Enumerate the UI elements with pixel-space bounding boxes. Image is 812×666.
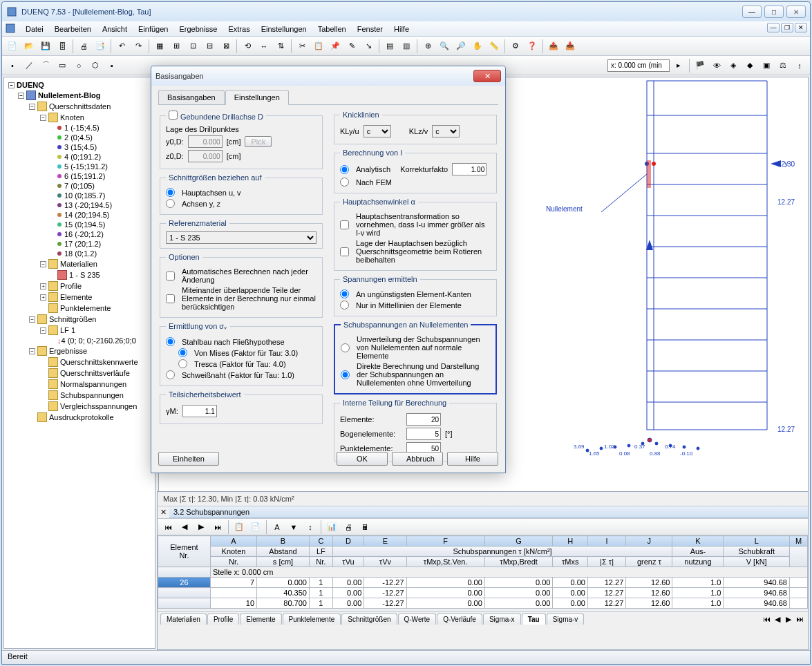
tool-icon-4[interactable]: ⟲ xyxy=(240,39,255,54)
tree-knoten-item[interactable]: 13 (-20;194.5) xyxy=(7,200,152,210)
drillachse-checkbox[interactable] xyxy=(169,111,178,120)
table2-icon[interactable]: ▥ xyxy=(399,39,414,54)
import-icon[interactable]: 📥 xyxy=(563,39,578,54)
result-tab[interactable]: Sigma-x xyxy=(483,613,521,625)
maximize-button[interactable]: □ xyxy=(764,6,784,18)
tree-knoten-item[interactable]: 18 (0;1.2) xyxy=(7,249,152,258)
tbl-prev-icon[interactable]: ◀ xyxy=(177,520,192,535)
col-letter-c[interactable]: C xyxy=(309,536,332,546)
tbl-font-icon[interactable]: A xyxy=(270,520,285,535)
help-icon[interactable]: ❓ xyxy=(525,39,540,54)
result-tab[interactable]: Punktelemente xyxy=(283,613,341,625)
direkte-radio[interactable] xyxy=(341,370,350,379)
tree-ergebnisse[interactable]: −Ergebnisse xyxy=(7,345,152,356)
menu-ansicht[interactable]: Ansicht xyxy=(97,23,133,35)
menu-fenster[interactable]: Fenster xyxy=(352,23,388,35)
preview-icon[interactable]: 📑 xyxy=(93,39,108,54)
app-menu-icon[interactable] xyxy=(5,23,16,35)
pick-button[interactable]: Pick xyxy=(245,136,272,147)
menu-tabellen[interactable]: Tabellen xyxy=(312,23,352,35)
menu-datei[interactable]: Datei xyxy=(20,23,49,35)
col-letter-l[interactable]: L xyxy=(724,536,790,546)
tree-knoten-item[interactable]: 10 (0;185.7) xyxy=(7,191,152,200)
hilfe-button[interactable]: Hilfe xyxy=(447,452,498,466)
arc-icon[interactable]: ⌒ xyxy=(38,58,53,73)
table-row[interactable]: 2670.00010.00-12.270.000.000.0012.2712.6… xyxy=(158,578,808,588)
display-icon-3[interactable]: ◈ xyxy=(726,58,741,73)
col-letter-d[interactable]: D xyxy=(332,536,364,546)
point-icon[interactable]: ▪ xyxy=(104,58,120,73)
tbl-next-icon[interactable]: ▶ xyxy=(193,520,209,535)
col-letter-k[interactable]: K xyxy=(672,536,724,546)
result-tab[interactable]: Elemente xyxy=(240,613,281,625)
tab-scroll-first[interactable]: ⏮ xyxy=(761,613,772,625)
refmaterial-select[interactable]: 1 - S 235 xyxy=(166,231,317,244)
display-icon-7[interactable]: ↕ xyxy=(792,58,807,73)
panel-close-icon[interactable]: ✕ xyxy=(158,507,169,517)
close-button[interactable]: ✕ xyxy=(786,6,806,18)
table-row[interactable]: 1080.70010.00-12.270.000.000.0012.2712.6… xyxy=(158,598,808,609)
tree-root[interactable]: −DUENQ xyxy=(7,80,152,90)
tree-ergebnis-item[interactable]: Normalspannungen xyxy=(7,379,152,390)
klz-select[interactable]: c xyxy=(432,125,460,137)
tool-icon-7[interactable]: ✎ xyxy=(344,39,359,54)
elemente-input[interactable] xyxy=(406,413,441,426)
dialog-titlebar[interactable]: Basisangaben ✕ xyxy=(151,66,505,86)
line-icon[interactable]: ／ xyxy=(21,58,37,73)
tree-knoten-item[interactable]: 15 (0;194.5) xyxy=(7,220,152,229)
y0d-input[interactable] xyxy=(188,135,223,148)
stahlbau-radio[interactable] xyxy=(166,337,175,346)
tree-material-item[interactable]: 1 - S 235 xyxy=(7,269,152,280)
bogen-input[interactable] xyxy=(406,428,441,440)
tab-scroll-prev[interactable]: ◀ xyxy=(772,613,783,625)
tree-project[interactable]: −Nullelement-Blog xyxy=(7,90,152,101)
tab-scroll-last[interactable]: ⏭ xyxy=(794,613,805,625)
display-icon-2[interactable]: 👁 xyxy=(709,58,724,73)
snap-icon[interactable]: ⊞ xyxy=(169,39,184,54)
tree-knoten-item[interactable]: 14 (20;194.5) xyxy=(7,210,152,220)
tree-lf1-item[interactable]: ↓ 4 (0; 0; 0;-2160.26;0;0 xyxy=(7,336,152,345)
vonmises-radio[interactable] xyxy=(178,348,187,357)
zoom-fit-icon[interactable]: ⊕ xyxy=(420,39,435,54)
poly-icon[interactable]: ⬡ xyxy=(88,58,103,73)
col-letter-h[interactable]: H xyxy=(553,536,588,546)
result-tab[interactable]: Tau xyxy=(522,613,546,625)
tree-querschnitt[interactable]: −Querschnittsdaten xyxy=(7,101,152,112)
tree-knoten-item[interactable]: 16 (-20;1.2) xyxy=(7,229,152,239)
copy-icon[interactable]: 📋 xyxy=(311,39,326,54)
menu-hilfe[interactable]: Hilfe xyxy=(388,23,415,35)
save-all-icon[interactable]: 🗄 xyxy=(55,39,70,54)
mdi-close[interactable]: ✕ xyxy=(795,23,807,32)
gamma-input[interactable] xyxy=(182,405,217,417)
tab-basisangaben[interactable]: Basisangaben xyxy=(158,90,225,104)
tree-knoten-item[interactable]: 6 (15;191.2) xyxy=(7,171,152,181)
tbl-calc-icon[interactable]: 🖩 xyxy=(357,520,372,535)
display-icon-4[interactable]: ◆ xyxy=(742,58,757,73)
tree-knoten-item[interactable]: 5 (-15;191.2) xyxy=(7,162,152,171)
fem-radio[interactable] xyxy=(340,178,349,187)
open-icon[interactable]: 📂 xyxy=(21,39,37,54)
rect-icon[interactable]: ▭ xyxy=(55,58,70,73)
tree-profile[interactable]: +Profile xyxy=(7,280,152,292)
result-tab[interactable]: Q-Verläufe xyxy=(437,613,482,625)
export-icon[interactable]: 📤 xyxy=(546,39,561,54)
col-letter-f[interactable]: F xyxy=(406,536,484,546)
tree-lf1[interactable]: −LF 1 xyxy=(7,325,152,336)
col-letter-g[interactable]: G xyxy=(484,536,553,546)
result-tab[interactable]: Sigma-v xyxy=(547,613,585,625)
mdi-minimize[interactable]: — xyxy=(767,23,780,32)
tool-icon-3[interactable]: ⊠ xyxy=(218,39,234,54)
new-icon[interactable]: 📄 xyxy=(5,39,20,54)
calc-icon[interactable]: ⚙ xyxy=(508,39,523,54)
tree-ergebnis-item[interactable]: Querschnittsverläufe xyxy=(7,368,152,379)
tree-schnittgroessen[interactable]: −Schnittgrößen xyxy=(7,314,152,325)
tree-knoten-item[interactable]: 17 (20;1.2) xyxy=(7,239,152,249)
col-letter-j[interactable]: J xyxy=(626,536,672,546)
result-tab[interactable]: Schnittgrößen xyxy=(341,613,397,625)
print-icon[interactable]: 🖨 xyxy=(76,39,91,54)
result-tab[interactable]: Materialien xyxy=(160,613,207,625)
abbruch-button[interactable]: Abbruch xyxy=(392,452,443,466)
node-icon[interactable]: • xyxy=(5,58,20,73)
tresca-radio[interactable] xyxy=(178,359,187,368)
mdi-restore[interactable]: ❐ xyxy=(781,23,793,32)
